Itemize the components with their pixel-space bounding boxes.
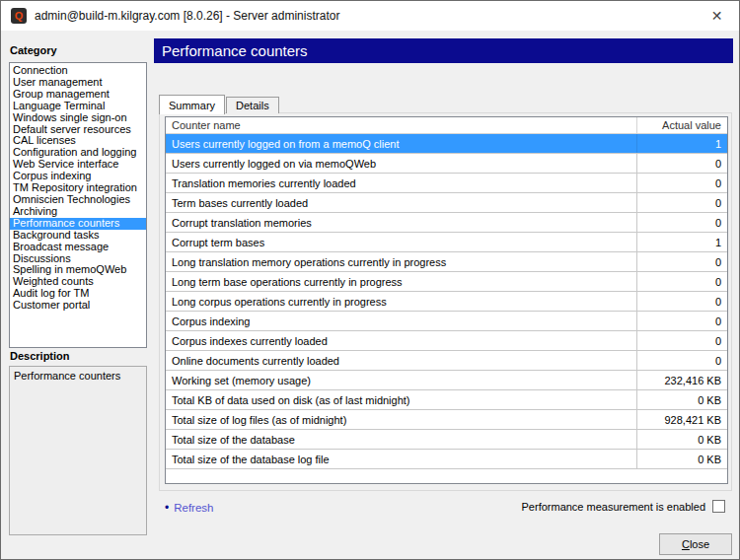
memoq-server-icon: Q: [11, 8, 27, 24]
table-row[interactable]: Total size of log files (as of midnight)…: [166, 410, 727, 430]
counter-name-cell: Long term base operations currently in p…: [166, 272, 636, 291]
counters-table: Counter name Actual value Users currentl…: [165, 116, 728, 484]
description-box: Performance counters: [9, 366, 147, 535]
counter-value-cell: 0: [636, 331, 727, 350]
performance-measurement-checkbox[interactable]: [712, 500, 725, 513]
counter-name-cell: Corrupt term bases: [166, 233, 636, 251]
counter-name-cell: Total size of log files (as of midnight): [166, 410, 636, 429]
table-row[interactable]: Users currently logged on from a memoQ c…: [166, 134, 727, 154]
table-row[interactable]: Corpus indexing 0: [166, 312, 727, 331]
counter-name-cell: Total size of the database log file: [166, 450, 636, 468]
counter-name-cell: Working set (memory usage): [166, 371, 636, 389]
counter-value-cell: 0: [636, 154, 727, 173]
counter-name-cell: Total size of the database: [166, 430, 636, 449]
table-row[interactable]: Long translation memory operations curre…: [166, 252, 727, 272]
table-header-row: Counter name Actual value: [166, 117, 727, 134]
category-list-item[interactable]: Archiving: [10, 206, 146, 218]
category-list-item[interactable]: Windows single sign-on: [10, 112, 146, 124]
counter-name-cell: Corpus indexing: [166, 312, 636, 330]
close-button-label: Close: [682, 538, 709, 550]
tab-strip: Summary Details: [159, 95, 280, 113]
counter-value-cell: 928,421 KB: [636, 410, 727, 429]
refresh-link[interactable]: • Refresh: [165, 501, 213, 515]
page-title: Performance counters: [154, 38, 733, 63]
table-row[interactable]: Online documents currently loaded 0: [166, 351, 727, 371]
performance-measurement-row: Performance measurement is enabled: [522, 500, 725, 513]
counter-name-cell: Online documents currently loaded: [166, 351, 636, 370]
table-row[interactable]: Translation memories currently loaded 0: [166, 174, 727, 193]
counter-value-cell: 0: [636, 272, 727, 291]
table-row[interactable]: Long term base operations currently in p…: [166, 272, 727, 292]
counter-value-cell: 0: [636, 174, 727, 192]
counter-name-cell: Users currently logged on from a memoQ c…: [166, 134, 636, 153]
counter-value-cell: 0: [636, 312, 727, 330]
table-row[interactable]: Corrupt term bases 1: [166, 233, 727, 252]
window-title: admin@build-m.kilgray.com [8.0.26] - Ser…: [35, 9, 339, 23]
counter-value-cell: 0: [636, 351, 727, 370]
counter-name-cell: Long translation memory operations curre…: [166, 252, 636, 271]
tab[interactable]: Summary: [159, 95, 225, 114]
table-row[interactable]: Term bases currently loaded 0: [166, 193, 727, 213]
performance-measurement-label: Performance measurement is enabled: [522, 501, 705, 513]
category-list-item[interactable]: Background tasks: [10, 230, 146, 242]
counter-value-cell: 0: [636, 193, 727, 212]
counter-name-cell: Translation memories currently loaded: [166, 174, 636, 192]
counter-value-cell: 0 KB: [636, 430, 727, 449]
counter-value-cell: 0 KB: [636, 390, 727, 409]
category-listbox: Connection User management Group managem…: [9, 62, 147, 348]
table-row[interactable]: Total size of the database 0 KB: [166, 430, 727, 450]
table-row[interactable]: Working set (memory usage) 232,416 KB: [166, 371, 727, 390]
category-list-item[interactable]: Group management: [10, 89, 146, 101]
counter-value-cell: 1: [636, 233, 727, 251]
table-row[interactable]: Corrupt translation memories 0: [166, 213, 727, 233]
counter-name-cell: Corrupt translation memories: [166, 213, 636, 232]
window-close-icon[interactable]: ✕: [695, 1, 739, 31]
column-header-actual-value[interactable]: Actual value: [636, 117, 727, 133]
counter-name-cell: Term bases currently loaded: [166, 193, 636, 212]
category-list-item[interactable]: Customer portal: [10, 300, 146, 312]
table-row[interactable]: Long corpus operations currently in prog…: [166, 292, 727, 312]
refresh-link-label: Refresh: [174, 502, 213, 514]
counter-name-cell: Users currently logged on via memoQWeb: [166, 154, 636, 173]
counter-name-cell: Total KB of data used on disk (as of las…: [166, 390, 636, 409]
column-header-counter-name[interactable]: Counter name: [166, 117, 636, 133]
category-label: Category: [10, 44, 57, 56]
counter-value-cell: 1: [636, 134, 727, 153]
bullet-icon: •: [165, 501, 169, 515]
counter-name-cell: Long corpus operations currently in prog…: [166, 292, 636, 311]
counter-value-cell: 0 KB: [636, 450, 727, 468]
description-label: Description: [10, 350, 70, 362]
close-button[interactable]: Close: [659, 533, 732, 555]
server-administrator-window: Q admin@build-m.kilgray.com [8.0.26] - S…: [0, 0, 740, 560]
table-row[interactable]: Total KB of data used on disk (as of las…: [166, 390, 727, 410]
counter-value-cell: 0: [636, 213, 727, 232]
counter-value-cell: 0: [636, 292, 727, 311]
counter-value-cell: 0: [636, 252, 727, 271]
table-row[interactable]: Total size of the database log file 0 KB: [166, 450, 727, 469]
category-list-item[interactable]: Broadcast message: [10, 242, 146, 253]
table-body: Users currently logged on from a memoQ c…: [166, 134, 727, 469]
tab[interactable]: Details: [226, 97, 279, 113]
category-list-item[interactable]: Performance counters: [10, 218, 146, 230]
title-bar: Q admin@build-m.kilgray.com [8.0.26] - S…: [1, 1, 739, 31]
table-row[interactable]: Users currently logged on via memoQWeb 0: [166, 154, 727, 174]
table-row[interactable]: Corpus indexes currently loaded 0: [166, 331, 727, 351]
counter-name-cell: Corpus indexes currently loaded: [166, 331, 636, 350]
counter-value-cell: 232,416 KB: [636, 371, 727, 389]
category-list-item[interactable]: Language Terminal: [10, 101, 146, 112]
